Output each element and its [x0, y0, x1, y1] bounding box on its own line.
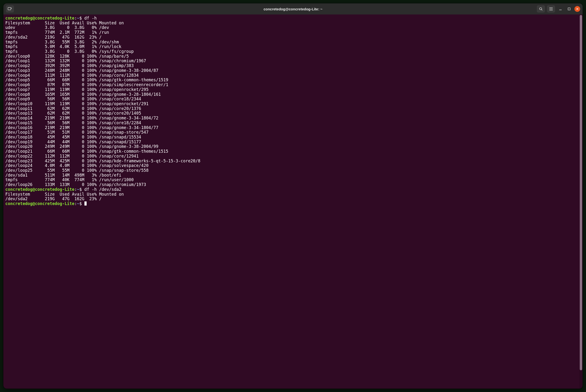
terminal-output[interactable]: concretedog@concretedog-Lite:~$ df -h Fi… [4, 14, 579, 388]
window-title: concretedog@concretedog-Lite: ~ [264, 7, 322, 11]
new-tab-button[interactable] [6, 5, 14, 12]
new-tab-icon [8, 7, 12, 11]
svg-rect-9 [568, 8, 570, 10]
svg-rect-0 [8, 8, 11, 10]
minimize-icon [559, 7, 562, 10]
close-button[interactable] [574, 6, 580, 12]
svg-point-3 [540, 8, 542, 10]
close-icon [576, 8, 579, 10]
terminal-window: concretedog@concretedog-Lite: ~ [4, 4, 582, 388]
scrollbar[interactable] [579, 14, 582, 388]
hamburger-icon [549, 7, 553, 10]
scrollbar-thumb[interactable] [580, 15, 582, 370]
search-button[interactable] [537, 5, 545, 12]
svg-line-4 [542, 10, 542, 10]
minimize-button[interactable] [557, 6, 564, 12]
maximize-icon [568, 7, 571, 10]
titlebar: concretedog@concretedog-Lite: ~ [4, 4, 582, 14]
search-icon [539, 7, 543, 11]
maximize-button[interactable] [566, 6, 572, 12]
menu-button[interactable] [547, 5, 555, 12]
